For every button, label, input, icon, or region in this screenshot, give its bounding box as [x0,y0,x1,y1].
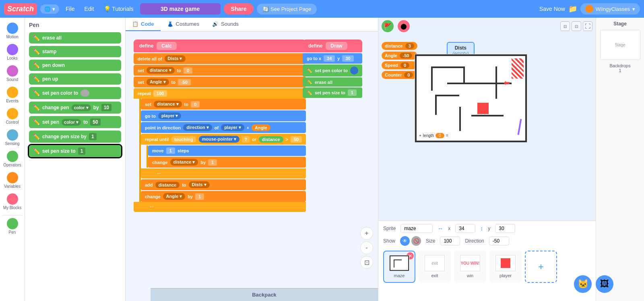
show-button[interactable]: 👁 [400,236,410,246]
direction-input[interactable] [489,237,509,245]
erase-all-draw-block[interactable]: ✏️ erase all [303,77,362,87]
edit-menu[interactable]: Edit [81,4,97,14]
add-sprite-cat-button[interactable]: 🐱 [574,275,592,293]
size-input[interactable] [440,237,460,245]
sprite-thumb-maze[interactable]: ✕ maze [383,251,415,283]
set-pen-color-block[interactable]: ✏️ set pen color to [303,64,362,77]
sidebar-item-pen[interactable]: Pen [1,215,24,236]
repeat-value[interactable]: 100 [153,90,167,97]
hide-button[interactable]: 🚫 [411,236,421,246]
fit-button[interactable]: ⊡ [360,256,373,269]
sprite-thumb-win[interactable]: YOU WIN! win [454,251,486,283]
goto-y-value[interactable]: 30 [342,55,353,62]
set-pen-size-to-block[interactable]: ✏️ set pen size to 1 [29,145,121,157]
share-button[interactable]: Share [224,3,254,15]
set-pen-to-block[interactable]: ✏️ set pen color ▾ to 50 [29,116,121,128]
tab-sounds[interactable]: 🔊 Sounds [206,18,245,31]
file-menu[interactable]: File [62,4,78,14]
add-sprite-button[interactable]: + [525,251,557,283]
change-pen-value[interactable]: 10 [101,104,111,111]
tab-code[interactable]: 📋 Code [126,18,161,31]
distance-dropdown-3[interactable]: distance ▾ [170,159,198,166]
stop-button[interactable]: ⬤ [398,20,410,32]
distance-dropdown[interactable]: distance ▾ [147,67,175,74]
distance-threshold[interactable]: 50 [291,136,302,143]
color-dropdown-2[interactable]: color ▾ [62,119,81,126]
distance-dropdown-2[interactable]: distance ▾ [154,101,182,108]
change-distance-value[interactable]: 1 [208,159,217,166]
sidebar-item-sound[interactable]: Sound [1,64,24,83]
change-pen-size-by-block[interactable]: ✏️ change pen size by 1 [29,131,121,143]
steps-value[interactable]: 1 [166,147,175,154]
set-angle-block[interactable]: set Angle ▾ to -50 [134,77,306,87]
set-pen-to-value[interactable]: 50 [90,118,100,126]
add-distance-to-dists-block[interactable]: add distance to Dists ▾ [141,179,306,190]
normal-stage-button[interactable]: ⊡ [572,21,581,31]
direction-dropdown[interactable]: direction ▾ [183,124,212,131]
add-backdrop-button[interactable]: 🖼 [596,275,613,293]
change-angle-block[interactable]: change Angle ▾ by 1 [141,191,306,202]
pen-color-swatch[interactable] [350,66,358,75]
go-to-xy-block[interactable]: go to x 34 y 30 [303,53,362,64]
define-draw-block[interactable]: define Draw [303,39,362,52]
angle-dropdown-2[interactable]: Angle ▾ [163,193,186,200]
dists-dropdown[interactable]: Dists ▾ [165,55,186,62]
distance-ref-2[interactable]: distance [259,136,283,143]
project-name-field[interactable]: 3D maze game [140,3,221,15]
repeat-block[interactable]: repeat 100 [134,88,306,99]
sidebar-item-looks[interactable]: Looks [1,42,24,62]
sprite-thumb-player[interactable]: player [489,251,522,283]
sidebar-item-myblocks[interactable]: My Blocks [1,192,24,212]
zoom-in-button[interactable]: + [360,227,373,240]
x-input[interactable] [455,224,475,233]
distance-value-0[interactable]: 0 [184,67,192,74]
y-input[interactable] [495,224,515,233]
change-distance-block[interactable]: change distance ▾ by 1 [148,157,306,168]
sidebar-item-events[interactable]: Events [1,85,24,105]
set-pen-size-draw-block[interactable]: ✏️ set pen size to 1 [303,87,362,98]
backpack-bar[interactable]: Backpack [151,288,378,301]
pen-size-change-value[interactable]: 1 [89,133,97,140]
green-flag-button[interactable]: 🚩 [382,20,394,32]
repeat-until-block[interactable]: repeat until touching mouse-pointer ▾ ? … [141,134,306,145]
sprite-name-input[interactable] [400,224,433,233]
angle-change-value[interactable]: 1 [195,193,204,200]
see-project-button[interactable]: 🔄 See Project Page [257,4,317,15]
point-direction-block[interactable]: point in direction direction ▾ of player… [141,122,306,133]
sprite-thumb-exit[interactable]: exit exit [419,251,451,283]
zoom-out-button[interactable]: - [360,241,373,254]
player-dropdown[interactable]: player ▾ [158,112,181,119]
angle-value[interactable]: -50 [178,79,191,85]
angle-dropdown[interactable]: Angle ▾ [147,79,169,85]
change-pen-color-by-block[interactable]: ✏️ change pen color ▾ by 10 [29,102,121,114]
sidebar-item-motion[interactable]: Motion [1,21,24,41]
mouse-pointer-dropdown[interactable]: mouse-pointer ▾ [199,136,239,143]
sidebar-item-operators[interactable]: Operators [1,149,24,169]
scripts-canvas[interactable]: define Calc delete all of Dists ▾ set di… [126,31,378,301]
language-selector[interactable]: 🌐 ▾ [40,4,59,14]
define-calc-block[interactable]: define Calc [134,39,306,52]
player-dropdown-2[interactable]: player ▾ [221,124,244,131]
set-pen-color-to-block[interactable]: ✏️ set pen color to [29,87,121,99]
pen-down-block[interactable]: ✏️ pen down [29,60,121,71]
distance-value-inner[interactable]: 0 [191,101,200,108]
tutorials-button[interactable]: 💡 Tutorials [101,4,137,14]
move-steps-block[interactable]: move 1 steps [148,145,306,156]
touching-dropdown[interactable]: touching [171,136,196,143]
delete-all-dists-block[interactable]: delete all of Dists ▾ [134,53,306,64]
pen-size-to-value[interactable]: 1 [78,147,86,155]
fullscreen-button[interactable]: ⛶ [583,21,592,31]
sidebar-item-sensing[interactable]: Sensing [1,128,24,147]
tab-costumes[interactable]: 👗 Costumes [161,18,206,31]
stage-thumbnail[interactable]: Stage [600,30,640,60]
scratch-logo[interactable]: Scratch [4,3,37,15]
go-to-player-block[interactable]: go to player ▾ [141,110,306,121]
save-now-button[interactable]: Save Now [539,6,565,12]
set-distance-block[interactable]: set distance ▾ to 0 [134,65,306,76]
sidebar-item-variables[interactable]: Variables [1,170,24,190]
stamp-block[interactable]: ✏️ stamp [29,46,121,57]
sidebar-item-control[interactable]: Control [1,106,24,126]
erase-all-block[interactable]: ✏️ erase all [29,32,121,44]
folder-icon[interactable]: 📁 [568,4,577,13]
draw-pen-size-value[interactable]: 1 [348,89,357,96]
